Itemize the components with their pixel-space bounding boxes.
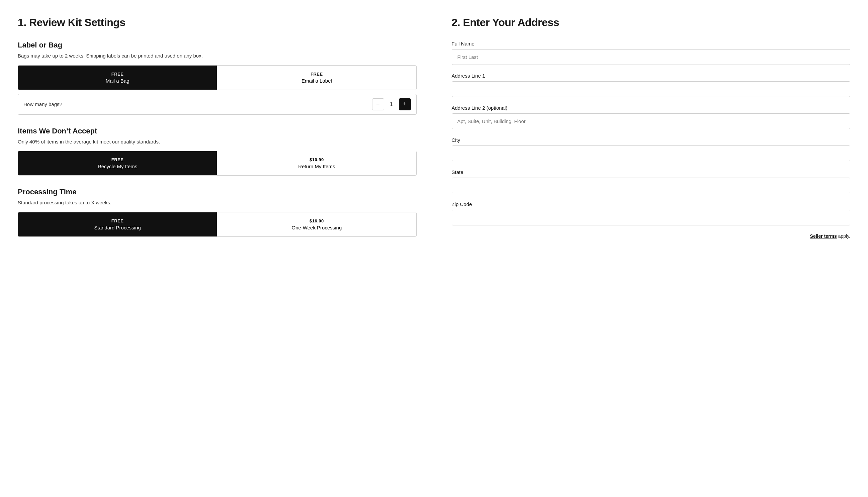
seller-terms-row: Seller terms apply. [452, 233, 851, 239]
label-or-bag-section: Label or Bag Bags may take up to 2 weeks… [18, 41, 417, 115]
quantity-increase-btn[interactable]: + [399, 98, 411, 110]
one-week-processing-btn[interactable]: $16.00 One-Week Processing [217, 212, 416, 237]
full-name-label: Full Name [452, 41, 851, 46]
label-or-bag-desc: Bags may take up to 2 weeks. Shipping la… [18, 52, 417, 60]
seller-terms-suffix: apply. [837, 233, 850, 239]
address-line-1-label: Address Line 1 [452, 73, 851, 79]
state-label: State [452, 169, 851, 175]
full-name-field-group: Full Name [452, 41, 851, 65]
mail-a-bag-btn[interactable]: FREE Mail a Bag [18, 66, 217, 90]
address-line-2-input[interactable] [452, 113, 851, 129]
label-or-bag-options: FREE Mail a Bag FREE Email a Label [18, 65, 417, 90]
quantity-label-text: How many bags? [24, 101, 62, 107]
processing-time-title: Processing Time [18, 188, 417, 196]
label-or-bag-title: Label or Bag [18, 41, 417, 49]
city-field-group: City [452, 137, 851, 161]
recycle-items-price: FREE [24, 157, 211, 162]
state-field-group: State [452, 169, 851, 193]
mail-a-bag-price: FREE [24, 72, 211, 76]
email-a-label-price: FREE [223, 72, 410, 76]
return-items-price: $10.99 [223, 157, 410, 162]
address-line-1-input[interactable] [452, 81, 851, 97]
seller-terms-link[interactable]: Seller terms [810, 233, 837, 239]
address-line-1-field-group: Address Line 1 [452, 73, 851, 97]
mail-a-bag-label: Mail a Bag [24, 78, 211, 84]
address-line-2-field-group: Address Line 2 (optional) [452, 105, 851, 129]
quantity-controls: − 1 + [372, 98, 411, 110]
left-panel: 1. Review Kit Settings Label or Bag Bags… [0, 0, 434, 497]
standard-processing-label: Standard Processing [24, 225, 211, 230]
zip-code-label: Zip Code [452, 201, 851, 207]
left-section-title: 1. Review Kit Settings [18, 16, 417, 29]
standard-processing-btn[interactable]: FREE Standard Processing [18, 212, 217, 237]
processing-time-section: Processing Time Standard processing take… [18, 188, 417, 237]
full-name-input[interactable] [452, 49, 851, 65]
items-not-accept-options: FREE Recycle My Items $10.99 Return My I… [18, 151, 417, 175]
email-a-label-btn[interactable]: FREE Email a Label [217, 66, 416, 90]
processing-time-options: FREE Standard Processing $16.00 One-Week… [18, 212, 417, 237]
state-input[interactable] [452, 178, 851, 193]
items-not-accept-desc: Only 40% of items in the average kit mee… [18, 138, 417, 146]
address-line-2-label: Address Line 2 (optional) [452, 105, 851, 111]
standard-processing-price: FREE [24, 218, 211, 224]
quantity-row: How many bags? − 1 + [18, 94, 417, 115]
city-input[interactable] [452, 145, 851, 161]
items-not-accept-section: Items We Don’t Accept Only 40% of items … [18, 127, 417, 176]
one-week-processing-price: $16.00 [223, 218, 410, 224]
email-a-label-label: Email a Label [223, 78, 410, 84]
recycle-items-label: Recycle My Items [24, 164, 211, 169]
zip-code-input[interactable] [452, 210, 851, 225]
right-panel: 2. Enter Your Address Full Name Address … [434, 0, 868, 497]
return-items-btn[interactable]: $10.99 Return My Items [217, 151, 416, 175]
recycle-items-btn[interactable]: FREE Recycle My Items [18, 151, 217, 175]
quantity-value: 1 [388, 101, 395, 108]
right-section-title: 2. Enter Your Address [452, 16, 851, 29]
zip-code-field-group: Zip Code [452, 201, 851, 225]
items-not-accept-title: Items We Don’t Accept [18, 127, 417, 136]
city-label: City [452, 137, 851, 143]
one-week-processing-label: One-Week Processing [223, 225, 410, 230]
return-items-label: Return My Items [223, 164, 410, 169]
processing-time-desc: Standard processing takes up to X weeks. [18, 199, 417, 207]
quantity-decrease-btn[interactable]: − [372, 98, 384, 110]
